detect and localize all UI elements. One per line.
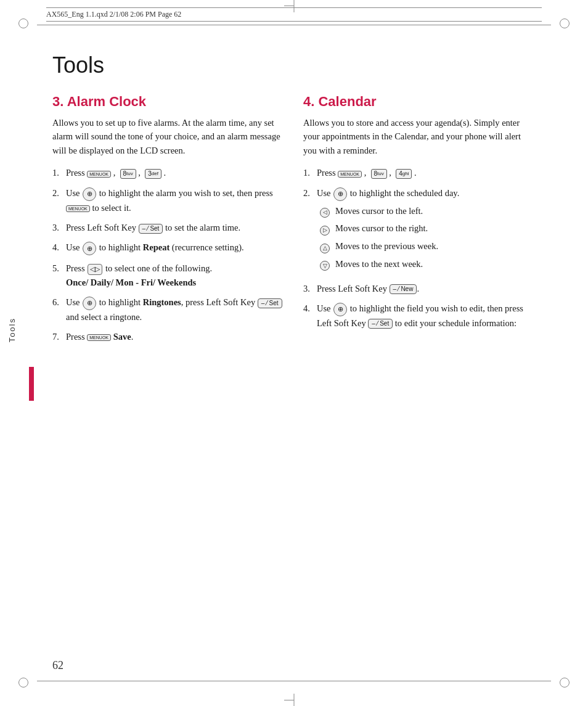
page-border-bottom [37, 681, 551, 681]
cal-sub-text-up: Moves to the previous week. [335, 240, 438, 253]
soft-key-set-1: – ⁄ Set [139, 224, 163, 234]
calendar-heading: 4. Calendar [303, 94, 536, 110]
step-2-content: Use ⊕ to highlight the alarm you wish to… [66, 186, 285, 215]
cal-menu-ok-key-1: MENUOK [338, 171, 362, 178]
two-col-layout: 3. Alarm Clock Allows you to set up to f… [52, 94, 536, 350]
cal-step-2-content: Use ⊕ to highlight the scheduled day. ◁ … [317, 186, 536, 276]
alarm-step-5: 5. Press ◁▷ to select one of the followi… [52, 261, 285, 289]
menu-ok-key-1: MENUOK [87, 171, 111, 178]
right-column: 4. Calendar Allows you to store and acce… [303, 94, 536, 350]
step-6-content: Use ⊕ to highlight Ringtones, press Left… [66, 295, 285, 324]
alarm-step-2: 2. Use ⊕ to highlight the alarm you wish… [52, 186, 285, 215]
left-column: 3. Alarm Clock Allows you to set up to f… [52, 94, 285, 350]
step-num-1: 1. [52, 166, 66, 179]
reg-mark-top-right [560, 18, 570, 28]
sidebar-bar [29, 367, 34, 401]
cal-step-4: 4. Use ⊕ to highlight the field you wish… [303, 302, 536, 330]
alarm-step-4: 4. Use ⊕ to highlight Repeat (recurrence… [52, 240, 285, 255]
cal-step-num-2: 2. [303, 186, 317, 276]
up-arrow-icon: △ [319, 241, 330, 255]
page-border-top [37, 25, 551, 25]
left-arrow-icon: ◁ [319, 206, 330, 220]
down-arrow-icon: ▽ [319, 259, 330, 273]
menu-ok-key-3: MENUOK [87, 334, 111, 341]
step-num-3: 3. [52, 221, 66, 234]
alarm-step-3: 3. Press Left Soft Key – ⁄ Set to set th… [52, 221, 285, 234]
nav-key-5: ◁▷ [88, 264, 102, 275]
menu-ok-key-2: MENUOK [66, 205, 90, 212]
cal-step-num-1: 1. [303, 166, 317, 179]
save-label: Save [113, 332, 131, 342]
cal-step-1: 1. Press MENUOK , 8 tuv , 4 ghi . [303, 166, 536, 179]
ringtones-label: Ringtones [143, 297, 181, 307]
cal-step-num-4: 4. [303, 302, 317, 330]
cal-nav-key-4: ⊕ [333, 303, 347, 316]
cal-sub-item-down: ▽ Moves to the next week. [319, 258, 536, 273]
num-key-3: 3 def [145, 169, 161, 179]
cal-sub-list: ◁ Moves cursor to the left. ▷ Moves curs… [319, 205, 536, 273]
cal-sub-text-left: Moves cursor to the left. [335, 205, 423, 218]
soft-key-set-cal: – ⁄ Set [368, 319, 393, 329]
cal-step-3-content: Press Left Soft Key – ⁄ New. [317, 282, 536, 295]
reg-cross-bottom-h [284, 700, 294, 700]
repeat-label: Repeat [143, 242, 170, 252]
step-num-7: 7. [52, 330, 66, 343]
header-text: AX565_Eng 1.1.qxd 2/1/08 2:06 PM Page 62 [46, 10, 181, 19]
step-num-2: 2. [52, 186, 66, 215]
reg-mark-bottom-left [18, 678, 28, 688]
reg-mark-top-left [18, 18, 28, 28]
cal-step-num-3: 3. [303, 282, 317, 295]
cal-step-2: 2. Use ⊕ to highlight the scheduled day.… [303, 186, 536, 276]
content-area: Tools 3. Alarm Clock Allows you to set u… [52, 34, 536, 672]
nav-key-6: ⊕ [83, 297, 96, 310]
soft-key-new: – ⁄ New [390, 284, 417, 294]
cal-sub-item-left: ◁ Moves cursor to the left. [319, 205, 536, 220]
cal-sub-text-right: Moves cursor to the right. [335, 222, 428, 236]
cal-sub-item-right: ▷ Moves cursor to the right. [319, 222, 536, 237]
alarm-clock-heading: 3. Alarm Clock [52, 94, 285, 110]
cal-nav-key-2: ⊕ [333, 187, 347, 201]
step-3-content: Press Left Soft Key – ⁄ Set to set the a… [66, 221, 285, 234]
step-5-content: Press ◁▷ to select one of the following.… [66, 261, 285, 289]
cal-num-key-8: 8 tuv [371, 169, 387, 179]
reg-mark-bottom-right [560, 678, 570, 688]
step-num-6: 6. [52, 295, 66, 324]
calendar-intro: Allows you to store and access your agen… [303, 116, 536, 157]
right-arrow-icon: ▷ [319, 223, 330, 237]
alarm-step-7: 7. Press MENUOK Save. [52, 330, 285, 343]
cal-sub-text-down: Moves to the next week. [335, 258, 423, 271]
cal-num-key-4: 4 ghi [396, 169, 412, 179]
nav-key-4: ⊕ [83, 242, 96, 255]
alarm-clock-intro: Allows you to set up to five alarms. At … [52, 116, 285, 157]
num-key-8: 8 tuv [120, 169, 136, 179]
header-bar: AX565_Eng 1.1.qxd 2/1/08 2:06 PM Page 62 [46, 7, 542, 22]
page-title: Tools [52, 52, 536, 78]
step-1-content: Press MENUOK , 8 tuv , 3 def . [66, 166, 285, 179]
step-4-content: Use ⊕ to highlight Repeat (recurrence se… [66, 240, 285, 255]
nav-key-2: ⊕ [83, 187, 96, 201]
cal-step-4-content: Use ⊕ to highlight the field you wish to… [317, 302, 536, 330]
sidebar-label: Tools [7, 318, 17, 342]
reg-cross-top-h [284, 6, 294, 6]
cal-step-3: 3. Press Left Soft Key – ⁄ New. [303, 282, 536, 295]
alarm-step-6: 6. Use ⊕ to highlight Ringtones, press L… [52, 295, 285, 324]
step-7-content: Press MENUOK Save. [66, 330, 285, 343]
step-num-5: 5. [52, 261, 66, 289]
step-num-4: 4. [52, 240, 66, 255]
repeat-options-label: Once/ Daily/ Mon - Fri/ Weekends [66, 277, 196, 287]
soft-key-set-2: – ⁄ Set [258, 298, 282, 308]
cal-sub-item-up: △ Moves to the previous week. [319, 240, 536, 255]
cal-step-1-content: Press MENUOK , 8 tuv , 4 ghi . [317, 166, 536, 179]
alarm-step-1: 1. Press MENUOK , 8 tuv , 3 def . [52, 166, 285, 179]
